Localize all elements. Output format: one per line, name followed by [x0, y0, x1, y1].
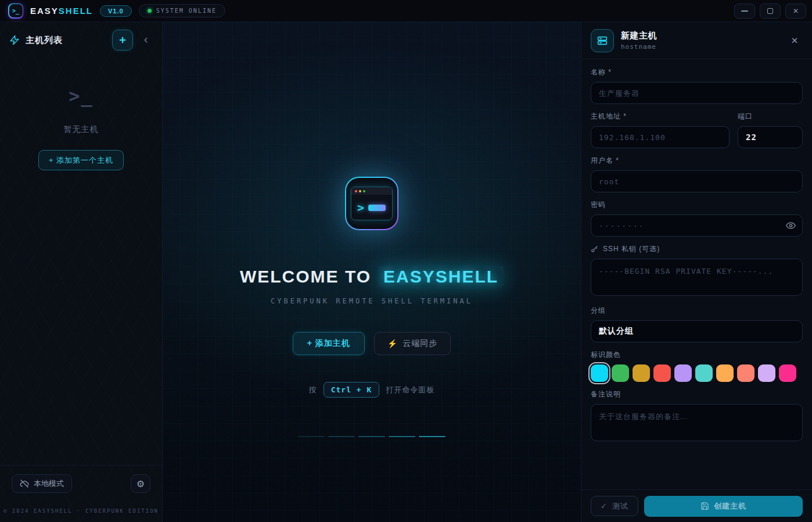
bolt-icon: ⚡: [387, 339, 398, 348]
close-window-button[interactable]: ✕: [785, 3, 806, 19]
password-field-group: 密码: [591, 200, 803, 237]
group-input[interactable]: [591, 320, 803, 342]
sidebar-spacer: [0, 170, 162, 465]
minimize-button[interactable]: [734, 3, 755, 19]
empty-state: >_ 暂无主机 + 添加第一个主机: [0, 85, 162, 170]
ssh-key-label-text: SSH 私钥 (可选): [603, 244, 660, 254]
name-label: 名称 *: [591, 67, 803, 77]
ssh-key-textarea[interactable]: [591, 259, 803, 296]
name-input[interactable]: [591, 82, 803, 104]
dash: [358, 436, 385, 437]
settings-button[interactable]: ⚙: [131, 474, 150, 493]
hero-logo-inner: >: [346, 178, 397, 229]
color-swatch[interactable]: [653, 364, 671, 382]
color-swatch[interactable]: [737, 364, 754, 382]
name-field-group: 名称 *: [591, 67, 803, 104]
maximize-icon: [767, 8, 773, 14]
welcome-area: > WELCOME TO EASYSHELL CYBERPUNK REMOTE …: [163, 22, 581, 522]
app-title-secondary: SHELL: [59, 6, 93, 16]
create-button-label: 创建主机: [714, 501, 746, 512]
hint-prefix: 按: [309, 385, 317, 395]
close-panel-button[interactable]: ✕: [786, 33, 803, 49]
save-icon: [700, 502, 709, 510]
hint-suffix: 打开命令面板: [386, 385, 434, 395]
green-dot-icon: [363, 190, 365, 192]
host-input[interactable]: [591, 126, 730, 148]
add-host-button[interactable]: + 添加主机: [293, 332, 365, 355]
color-swatch[interactable]: [591, 364, 608, 382]
color-label: 标识颜色: [591, 350, 803, 360]
sidebar-footer: 本地模式 ⚙: [0, 465, 162, 499]
username-field-group: 用户名 *: [591, 156, 803, 192]
plus-icon: +: [119, 34, 126, 47]
terminal-icon: >_: [9, 4, 23, 17]
app-title-primary: EASY: [30, 6, 59, 16]
terminal-titlebar: [351, 187, 392, 195]
empty-state-text: 暂无主机: [64, 124, 99, 135]
version-badge: V1.0: [100, 5, 132, 17]
panel-titles: 新建主机 hostname: [621, 30, 779, 51]
dash: [389, 436, 415, 437]
notes-textarea[interactable]: [591, 404, 803, 441]
app-hero-logo: >: [345, 177, 398, 230]
prompt-icon: >_: [69, 85, 94, 107]
password-wrap: [591, 214, 803, 237]
host-label: 主机地址 *: [591, 112, 730, 121]
red-dot-icon: [355, 190, 357, 192]
test-connection-button[interactable]: ✓ 测试: [591, 496, 638, 516]
toggle-password-visibility-button[interactable]: [786, 221, 796, 231]
terminal-window-icon: >: [351, 187, 393, 220]
cloud-off-icon: [20, 479, 29, 488]
gear-icon: ⚙: [136, 478, 145, 489]
maximize-button[interactable]: [760, 3, 781, 19]
username-input[interactable]: [591, 170, 803, 192]
port-field-group: 端口: [738, 112, 803, 148]
decor-dashes: [298, 436, 445, 437]
welcome-title-prefix: WELCOME TO: [240, 267, 371, 287]
port-input[interactable]: [738, 126, 803, 148]
cursor-pill-icon: [368, 205, 386, 211]
chevron-left-icon: [142, 36, 150, 44]
group-field-group: 分组: [591, 306, 803, 342]
group-label: 分组: [591, 306, 803, 316]
add-host-icon-button[interactable]: +: [112, 30, 133, 51]
cta-row: + 添加主机 ⚡ 云端同步: [293, 332, 451, 355]
host-port-row: 主机地址 * 端口: [591, 112, 803, 156]
add-first-host-button[interactable]: + 添加第一个主机: [38, 150, 124, 170]
color-swatch[interactable]: [758, 364, 775, 382]
welcome-title: WELCOME TO EASYSHELL: [240, 266, 504, 287]
notes-label: 备注说明: [591, 389, 803, 399]
online-dot-icon: [148, 9, 152, 13]
close-icon: ✕: [793, 7, 799, 15]
port-label: 端口: [738, 112, 803, 121]
status-badge: SYSTEM ONLINE: [139, 4, 225, 17]
cloud-sync-button[interactable]: ⚡ 云端同步: [374, 332, 451, 355]
color-swatch[interactable]: [779, 364, 796, 382]
app-logo-icon: >_: [8, 3, 23, 19]
notes-field-group: 备注说明: [591, 389, 803, 444]
titlebar-left: >_ EASYSHELL V1.0 SYSTEM ONLINE: [8, 3, 225, 19]
color-swatch[interactable]: [695, 364, 713, 382]
dash: [328, 436, 355, 437]
app-title: EASYSHELL: [30, 6, 93, 16]
color-swatch[interactable]: [674, 364, 692, 382]
hero: > WELCOME TO EASYSHELL CYBERPUNK REMOTE …: [240, 177, 504, 437]
new-host-form: 名称 * 主机地址 * 端口 用户名 *: [581, 59, 812, 489]
close-icon: ✕: [791, 35, 799, 46]
panel-subtitle: hostname: [621, 43, 779, 51]
local-mode-button[interactable]: 本地模式: [12, 474, 72, 493]
color-swatches: [591, 364, 803, 382]
color-swatch[interactable]: [633, 364, 650, 382]
create-host-button[interactable]: 创建主机: [644, 496, 803, 517]
sidebar-header: 主机列表 +: [0, 22, 162, 58]
test-button-label: 测试: [612, 501, 628, 512]
password-label: 密码: [591, 200, 803, 210]
password-input[interactable]: [591, 214, 803, 237]
color-swatch[interactable]: [612, 364, 629, 382]
window-controls: ✕: [734, 3, 806, 19]
ssh-key-field-group: SSH 私钥 (可选): [591, 244, 803, 298]
collapse-sidebar-button[interactable]: [139, 30, 153, 51]
color-field-group: 标识颜色: [591, 350, 803, 382]
color-swatch[interactable]: [716, 364, 734, 382]
local-mode-label: 本地模式: [34, 478, 64, 489]
